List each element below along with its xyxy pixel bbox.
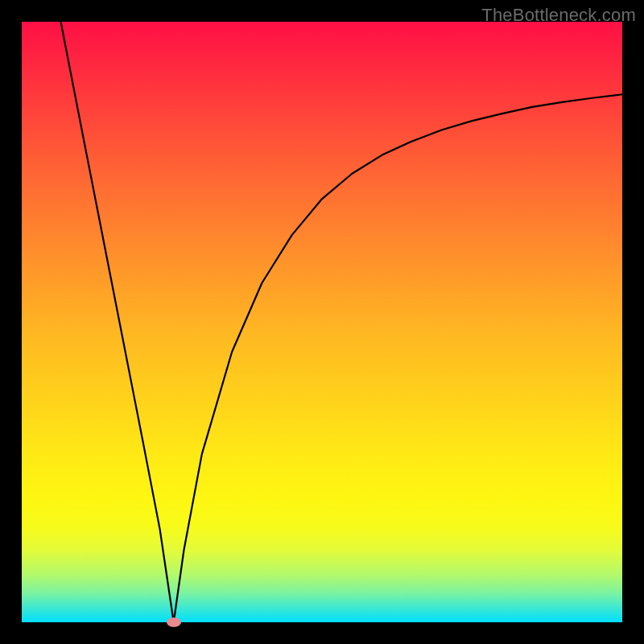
watermark-text: TheBottleneck.com: [481, 5, 636, 26]
curve-path: [60, 22, 622, 622]
minimum-marker: [167, 617, 181, 627]
plot-area: [22, 22, 622, 622]
bottleneck-curve: [22, 22, 622, 622]
